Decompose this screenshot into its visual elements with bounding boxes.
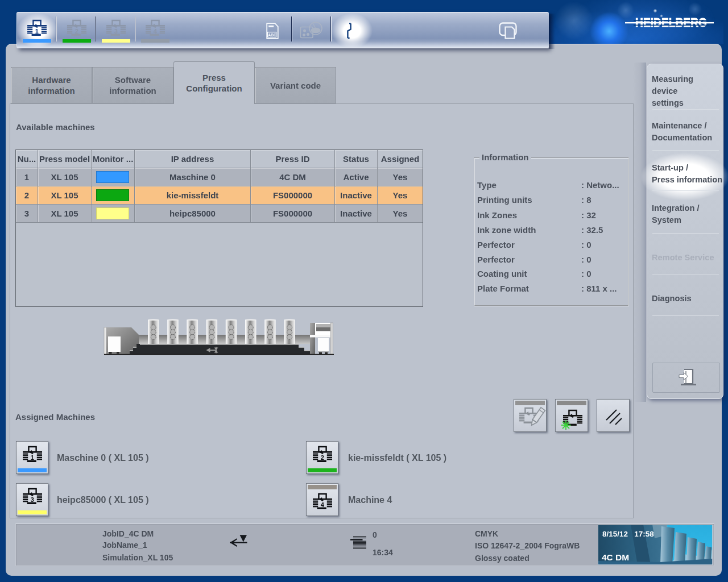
- svg-text:4: 4: [154, 28, 158, 35]
- svg-text:1: 1: [31, 454, 34, 461]
- svg-text:8/15/12 17:58: 8/15/12 17:58: [602, 530, 654, 538]
- svg-text:3: 3: [114, 28, 118, 35]
- svg-text:2: 2: [75, 28, 78, 35]
- svg-text:2: 2: [321, 454, 324, 461]
- svg-text:4: 4: [321, 501, 325, 508]
- svg-text:3: 3: [31, 496, 34, 503]
- svg-text:ABC: ABC: [268, 33, 277, 37]
- svg-text:1: 1: [35, 28, 39, 35]
- svg-text:4C DM: 4C DM: [602, 552, 629, 562]
